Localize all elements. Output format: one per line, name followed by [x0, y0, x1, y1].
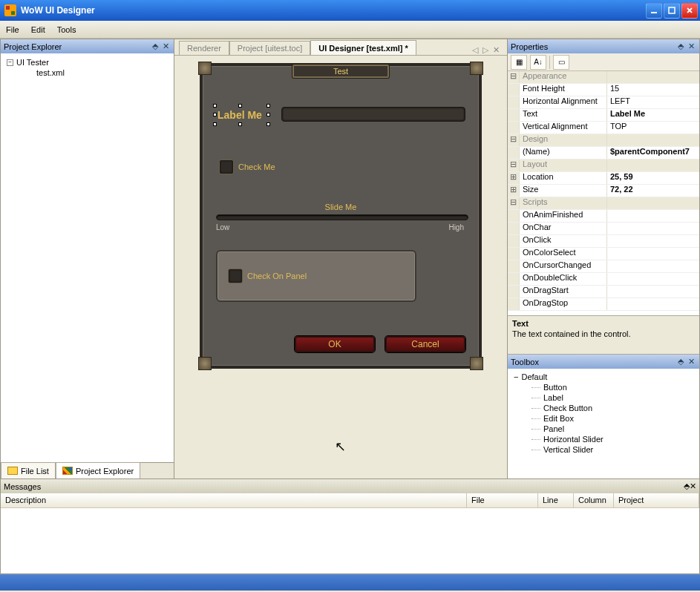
- tree-expander-icon[interactable]: −: [514, 372, 518, 381]
- checkbox-icon: [228, 269, 243, 283]
- right-panel: Properties ⬘ ✕ ▦ A↓ ▭ ⊟Appearance Font H…: [507, 39, 700, 479]
- menu-file[interactable]: File: [6, 25, 19, 34]
- tree-expander-icon[interactable]: −: [7, 59, 13, 66]
- tab-project[interactable]: Project [uitest.toc]: [229, 41, 310, 55]
- project-explorer-header: Project Explorer ⬘ ✕: [1, 39, 174, 53]
- design-checkbox[interactable]: Check Me: [219, 159, 275, 174]
- messages-body[interactable]: [1, 508, 699, 573]
- property-grid[interactable]: ⊟Appearance Font Height15 Horizontal Ali…: [508, 71, 699, 316]
- property-pages-button[interactable]: ▭: [553, 55, 569, 70]
- app-icon: [4, 4, 16, 16]
- design-panel-checkbox[interactable]: Check On Panel: [228, 269, 307, 283]
- toolbox-item[interactable]: Check Button: [543, 403, 693, 413]
- svg-rect-0: [651, 12, 657, 13]
- frame-title[interactable]: Test: [292, 65, 389, 78]
- col-project[interactable]: Project: [614, 493, 699, 507]
- tree-root[interactable]: UI Tester: [16, 58, 49, 67]
- toolbox-item[interactable]: Button: [543, 382, 693, 392]
- toolbox-panel: Toolbox ⬘ ✕ − Default Button Label Check…: [508, 355, 699, 478]
- toolbox-item[interactable]: Label: [543, 392, 693, 403]
- document-tabs: Renderer Project [uitest.toc] UI Designe…: [174, 39, 507, 56]
- close-icon[interactable]: ✕: [690, 481, 696, 491]
- design-surface[interactable]: Test Label Me Check Me Slide Me Lo: [174, 56, 507, 478]
- ok-button[interactable]: OK: [295, 336, 375, 352]
- toolbox-tree[interactable]: − Default Button Label Check Button Edit…: [508, 369, 699, 478]
- project-explorer-panel: Project Explorer ⬘ ✕ − UI Tester test.xm…: [0, 39, 174, 479]
- tab-renderer[interactable]: Renderer: [179, 41, 229, 55]
- menu-tools[interactable]: Tools: [57, 25, 76, 34]
- messages-title: Messages: [4, 482, 684, 491]
- tab-close-icon[interactable]: ✕: [493, 45, 500, 55]
- design-slider[interactable]: [216, 214, 468, 220]
- cancel-button[interactable]: Cancel: [385, 336, 465, 352]
- categorized-button[interactable]: ▦: [511, 55, 527, 70]
- col-column[interactable]: Column: [574, 493, 614, 507]
- tab-prev-icon[interactable]: ◁: [472, 45, 478, 55]
- tab-project-explorer[interactable]: Project Explorer: [56, 462, 140, 478]
- toolbox-item[interactable]: Vertical Slider: [543, 444, 693, 455]
- messages-header: Messages ⬘ ✕: [1, 479, 699, 493]
- pin-icon[interactable]: ⬘: [676, 357, 686, 367]
- close-icon[interactable]: ✕: [686, 42, 696, 52]
- design-label[interactable]: Label Me: [217, 109, 262, 121]
- properties-header: Properties ⬘ ✕: [508, 39, 699, 53]
- close-icon[interactable]: ✕: [686, 357, 696, 367]
- tree-item-file[interactable]: test.xml: [36, 68, 168, 77]
- property-description: Text The text contained in the control.: [508, 316, 699, 355]
- tab-file-list[interactable]: File List: [1, 462, 56, 478]
- app-title: WoW UI Designer: [21, 5, 646, 16]
- menu-bar: File Edit Tools: [0, 21, 700, 39]
- close-icon[interactable]: ✕: [160, 42, 171, 52]
- col-file[interactable]: File: [467, 493, 538, 507]
- close-button[interactable]: [681, 3, 698, 19]
- toolbox-item[interactable]: Horizontal Slider: [543, 434, 693, 444]
- properties-toolbar: ▦ A↓ ▭: [508, 53, 699, 71]
- tab-designer[interactable]: UI Designer [test.xml] *: [310, 40, 416, 55]
- toolbox-title: Toolbox: [511, 358, 676, 366]
- toolbox-item[interactable]: Panel: [543, 424, 693, 434]
- messages-panel: Messages ⬘ ✕ Description File Line Colum…: [0, 479, 700, 574]
- title-bar: WoW UI Designer: [0, 0, 700, 21]
- slider-high: High: [448, 223, 464, 231]
- design-panel[interactable]: Check On Panel: [216, 250, 416, 302]
- properties-title: Properties: [511, 42, 676, 51]
- minimize-button[interactable]: [646, 3, 662, 19]
- toolbox-header: Toolbox ⬘ ✕: [508, 355, 699, 369]
- project-tree[interactable]: − UI Tester test.xml: [1, 53, 174, 462]
- menu-edit[interactable]: Edit: [31, 25, 45, 34]
- svg-rect-1: [669, 7, 675, 13]
- col-line[interactable]: Line: [538, 493, 574, 507]
- project-explorer-title: Project Explorer: [4, 42, 150, 51]
- slider-low: Low: [216, 223, 229, 231]
- wow-frame[interactable]: Test Label Me Check Me Slide Me Lo: [200, 63, 482, 369]
- checkbox-icon: [219, 159, 234, 174]
- alphabetical-button[interactable]: A↓: [530, 55, 546, 70]
- design-editbox[interactable]: [281, 107, 465, 122]
- tab-next-icon[interactable]: ▷: [483, 45, 488, 55]
- col-description[interactable]: Description: [1, 493, 467, 507]
- pin-icon[interactable]: ⬘: [150, 42, 160, 52]
- pin-icon[interactable]: ⬘: [676, 42, 686, 52]
- pin-icon[interactable]: ⬘: [684, 481, 690, 491]
- maximize-button[interactable]: [664, 3, 680, 19]
- slider-label: Slide Me: [203, 203, 479, 211]
- toolbox-group[interactable]: Default: [521, 372, 547, 381]
- status-bar: [0, 574, 700, 591]
- project-explorer-tabs: File List Project Explorer: [1, 462, 174, 478]
- designer-panel: Renderer Project [uitest.toc] UI Designe…: [174, 39, 507, 479]
- toolbox-item[interactable]: Edit Box: [543, 413, 693, 424]
- cursor-icon: ↖: [335, 438, 346, 455]
- messages-columns[interactable]: Description File Line Column Project: [1, 493, 699, 508]
